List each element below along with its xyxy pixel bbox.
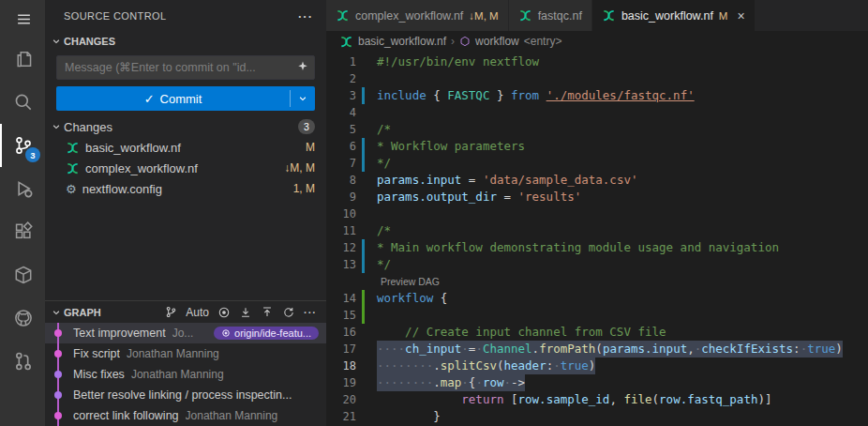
commit-author: Jonathan Manning	[131, 368, 224, 381]
file-name: basic_workflow.nf	[85, 141, 181, 155]
push-icon[interactable]	[261, 306, 274, 319]
changed-file-row[interactable]: ⚙nextflow.config1, M	[45, 178, 326, 199]
code-line-21[interactable]: 21 }	[326, 408, 868, 425]
breadcrumb-symbol[interactable]: workflow	[475, 35, 519, 48]
commit-message: Text improvement	[73, 327, 166, 340]
code-line-17[interactable]: 17····ch_input·=·Channel.fromPath(params…	[326, 341, 868, 358]
commit-message-input[interactable]	[56, 55, 315, 80]
nextflow-icon	[336, 8, 350, 23]
branch-icon	[221, 328, 231, 338]
github-icon[interactable]	[0, 297, 45, 340]
tab-complex_workflow.nf[interactable]: complex_workflow.nf↓M, M	[326, 0, 509, 31]
commit-row[interactable]: Misc fixesJonathan Manning	[45, 364, 326, 385]
code-line-7[interactable]: 7*/	[326, 155, 868, 172]
commit-author: Jonathan Manning	[127, 347, 219, 360]
branch-icon[interactable]	[165, 306, 177, 318]
code-line-19[interactable]: 19········.map·{·row·->	[326, 374, 868, 391]
code-line-2[interactable]: 2	[326, 70, 868, 87]
gutter	[360, 307, 369, 324]
code-line-18[interactable]: 18········.splitCsv(header:·true)	[326, 358, 868, 374]
line-number: 2	[326, 70, 360, 87]
sidebar-spacer	[45, 199, 326, 300]
commit-dropdown-button[interactable]	[291, 86, 315, 111]
code-line-3[interactable]: 3include { FASTQC } from './modules/fast…	[326, 87, 868, 104]
code-line-11[interactable]: 11/*	[326, 222, 868, 239]
code-line-4[interactable]: 4	[326, 104, 868, 121]
code-line-6[interactable]: 6* Workflow parameters	[326, 138, 868, 155]
more-actions-icon[interactable]: ···	[298, 9, 313, 23]
branch-tag-pill[interactable]: origin/ide-featu...	[214, 327, 319, 340]
code-line-10[interactable]: 10	[326, 205, 868, 222]
codelens-preview-dag[interactable]: Preview DAG	[381, 273, 868, 290]
menu-icon[interactable]	[0, 0, 45, 38]
run-debug-icon[interactable]	[0, 167, 45, 210]
symbol-icon	[459, 36, 471, 47]
git-modified-indicator	[362, 256, 365, 273]
changes-tree-header[interactable]: Changes 3	[45, 116, 326, 137]
commit-dot	[54, 329, 62, 337]
changed-file-row[interactable]: complex_workflow.nf↓M, M	[45, 158, 326, 178]
refresh-icon[interactable]	[282, 306, 295, 319]
chevron-down-icon	[49, 122, 64, 131]
line-number: 16	[326, 324, 360, 341]
code-line-1[interactable]: 1#!/usr/bin/env nextflow	[326, 53, 868, 70]
commit-author: Jonathan Manning	[186, 409, 278, 422]
extensions-icon[interactable]	[0, 210, 45, 253]
code-line-5[interactable]: 5/*	[326, 121, 868, 138]
commit-graph-rail	[45, 343, 73, 364]
line-number: 9	[326, 189, 360, 205]
line-number: 17	[326, 341, 360, 358]
sidebar-header: SOURCE CONTROL ···	[45, 0, 326, 32]
gutter	[360, 324, 369, 341]
graph-section-header[interactable]: GRAPH Auto ···	[45, 300, 326, 323]
fetch-icon[interactable]	[239, 306, 252, 319]
gutter	[360, 205, 369, 222]
breadcrumb-file[interactable]: basic_workflow.nf	[358, 35, 446, 48]
more-actions-icon[interactable]: ···	[304, 307, 317, 318]
code-line-15[interactable]: 15	[326, 307, 868, 324]
search-icon[interactable]	[0, 81, 45, 124]
code-line-14[interactable]: 14workflow {	[326, 290, 868, 307]
commit-graph-rail	[45, 364, 73, 385]
source-control-icon[interactable]: 3	[0, 124, 45, 167]
package-icon[interactable]	[0, 253, 45, 297]
commit-row[interactable]: Fix scriptJonathan Manning	[45, 343, 326, 364]
vscode-window: 3 SOURCE CONTROL ··· CHANGES	[0, 0, 868, 426]
code-line-20[interactable]: 20 return [row.sample_id, file(row.fastq…	[326, 391, 868, 408]
code-text: include { FASTQC } from './modules/fastq…	[377, 87, 695, 104]
code-line-13[interactable]: 13*/	[326, 256, 868, 273]
nextflow-icon	[66, 141, 80, 155]
code-text: * Workflow parameters	[377, 138, 525, 155]
changed-file-row[interactable]: basic_workflow.nfM	[45, 137, 326, 158]
gutter	[360, 374, 369, 391]
chevron-down-icon	[49, 308, 64, 317]
gutter	[360, 104, 369, 121]
tab-fastqc.nf[interactable]: fastqc.nf	[509, 0, 592, 31]
gutter	[360, 70, 369, 87]
tab-basic_workflow.nf[interactable]: basic_workflow.nfM×	[592, 0, 756, 31]
code-line-12[interactable]: 12* Main workflow demonstrating module u…	[326, 239, 868, 256]
commit-row[interactable]: Text improvementJo...origin/ide-featu...	[45, 323, 326, 343]
explorer-icon[interactable]	[0, 38, 45, 81]
pull-request-icon[interactable]	[0, 340, 45, 383]
commit-button[interactable]: ✓ Commit	[56, 86, 315, 111]
line-number: 12	[326, 239, 360, 256]
gutter	[360, 239, 369, 256]
close-icon[interactable]: ×	[737, 9, 744, 23]
code-line-8[interactable]: 8params.input = 'data/sample_data.csv'	[326, 172, 868, 189]
target-icon[interactable]	[217, 306, 231, 319]
graph-auto-label[interactable]: Auto	[186, 306, 209, 319]
line-number: 14	[326, 290, 360, 307]
code-text: ········.map·{·row·->	[377, 374, 525, 391]
commit-row[interactable]: correct link followingJonathan Manning	[45, 405, 326, 426]
editor-area: complex_workflow.nf↓M, Mfastqc.nfbasic_w…	[326, 0, 868, 426]
code-line-16[interactable]: 16 // Create input channel from CSV file	[326, 324, 868, 341]
changes-section-header[interactable]: CHANGES	[45, 32, 326, 51]
commit-row[interactable]: Better resolve linking / process inspect…	[45, 385, 326, 405]
code-line-9[interactable]: 9params.output_dir = 'results'	[326, 189, 868, 205]
sparkle-icon[interactable]	[296, 60, 309, 73]
tab-label: basic_workflow.nf	[621, 9, 713, 23]
code-editor[interactable]: 1#!/usr/bin/env nextflow23include { FAST…	[326, 52, 868, 426]
line-number: 1	[326, 53, 360, 70]
breadcrumb: basic_workflow.nf › workflow <entry>	[326, 31, 868, 52]
